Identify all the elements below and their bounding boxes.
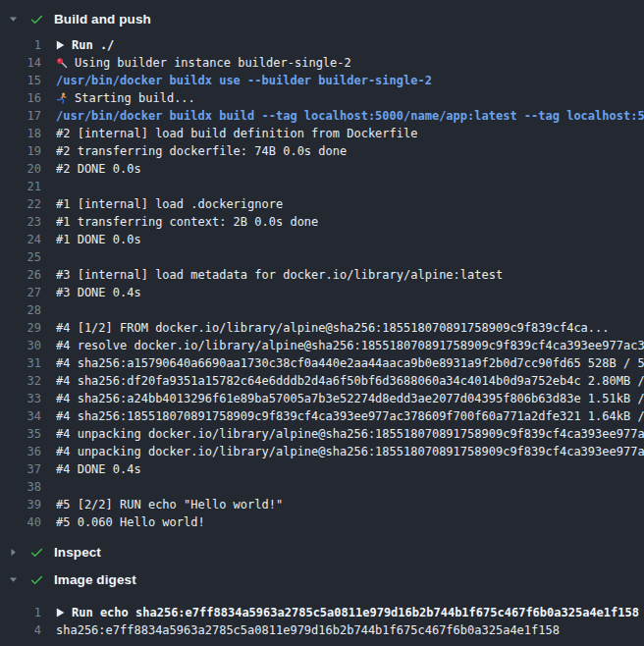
step-log: 1Run ./14Using builder instance builder-…	[0, 36, 644, 531]
line-content: #4 sha256:a15790640a6690aa1730c38cf0a440…	[56, 354, 644, 372]
pushpin-icon	[56, 57, 68, 69]
line-number[interactable]: 16	[0, 89, 41, 107]
line-number[interactable]: 39	[0, 496, 41, 513]
line-number[interactable]: 19	[0, 142, 41, 160]
line-content: #2 [internal] load build definition from…	[56, 125, 644, 142]
line-number[interactable]: 27	[0, 284, 41, 301]
log-line: 23#1 transferring context: 2B 0.0s done	[0, 213, 644, 231]
line-number[interactable]: 37	[0, 460, 41, 478]
log-line: 15/usr/bin/docker buildx use --builder b…	[0, 72, 644, 89]
log-line: 38	[0, 478, 644, 496]
log-text: #5 [2/2] RUN echo "Hello world!"	[56, 496, 283, 513]
line-number[interactable]: 36	[0, 443, 41, 460]
log-text: #4 sha256:a15790640a6690aa1730c38cf0a440…	[56, 354, 644, 372]
log-text: #4 resolve docker.io/library/alpine@sha2…	[56, 337, 644, 354]
line-number[interactable]: 40	[0, 513, 41, 531]
log-line: 14Using builder instance builder-single-…	[0, 54, 644, 72]
line-number[interactable]: 22	[0, 195, 41, 213]
log-text: #1 DONE 0.0s	[56, 231, 141, 248]
log-line: 28	[0, 301, 644, 319]
line-number[interactable]: 28	[0, 301, 41, 319]
log-line: 22#1 [internal] load .dockerignore	[0, 195, 644, 213]
log-line: 29#4 [1/2] FROM docker.io/library/alpine…	[0, 319, 644, 337]
step-log: 1Run echo sha256:e7ff8834a5963a2785c5a08…	[0, 604, 644, 639]
log-line: 21	[0, 178, 644, 195]
log-text: Run ./	[72, 36, 114, 54]
line-number[interactable]: 31	[0, 354, 41, 372]
line-number[interactable]: 15	[0, 72, 41, 89]
line-content: /usr/bin/docker buildx use --builder bui…	[56, 72, 644, 89]
line-content: #3 DONE 0.4s	[56, 284, 644, 301]
log-text: #4 sha256:185518070891758909c9f839cf4ca3…	[56, 407, 644, 425]
step-section-image-digest: Image digest1Run echo sha256:e7ff8834a59…	[0, 568, 644, 639]
check-success-icon	[28, 545, 44, 560]
actions-log-viewer: Build and push1Run ./14Using builder ins…	[0, 8, 644, 639]
log-text: /usr/bin/docker buildx build --tag local…	[56, 107, 644, 125]
line-content: #4 resolve docker.io/library/alpine@sha2…	[56, 337, 644, 354]
line-number[interactable]: 4	[0, 621, 41, 639]
line-number[interactable]: 26	[0, 266, 41, 284]
log-line: 39#5 [2/2] RUN echo "Hello world!"	[0, 496, 644, 513]
line-number[interactable]: 17	[0, 107, 41, 125]
log-line: 16Starting build...	[0, 89, 644, 107]
log-text: Using builder instance builder-single-2	[75, 54, 351, 72]
line-number[interactable]: 14	[0, 54, 41, 72]
chevron-down-icon[interactable]	[8, 575, 18, 584]
log-text: Starting build...	[75, 89, 195, 107]
log-line: 32#4 sha256:df20fa9351a15782c64e6dddb2d4…	[0, 372, 644, 390]
line-content: /usr/bin/docker buildx build --tag local…	[56, 107, 644, 125]
log-text: #4 DONE 0.4s	[56, 460, 141, 478]
log-text: #2 [internal] load build definition from…	[56, 125, 417, 142]
line-number[interactable]: 1	[0, 604, 41, 621]
log-line: 36#4 unpacking docker.io/library/alpine@…	[0, 443, 644, 460]
play-icon[interactable]	[56, 608, 65, 618]
line-number[interactable]: 25	[0, 248, 41, 266]
line-content: Run ./	[56, 36, 644, 54]
log-text: /usr/bin/docker buildx use --builder bui…	[56, 72, 432, 89]
step-header-build-and-push[interactable]: Build and push	[0, 8, 644, 29]
line-number[interactable]: 29	[0, 319, 41, 337]
log-text: #4 sha256:a24bb4013296f61e89ba57005a7b3e…	[56, 390, 644, 407]
log-line: 37#4 DONE 0.4s	[0, 460, 644, 478]
line-content: #4 DONE 0.4s	[56, 460, 644, 478]
line-content: #1 transferring context: 2B 0.0s done	[56, 213, 644, 231]
log-line: 18#2 [internal] load build definition fr…	[0, 125, 644, 142]
line-number[interactable]: 34	[0, 407, 41, 425]
log-line: 1Run ./	[0, 36, 644, 54]
log-line: 17/usr/bin/docker buildx build --tag loc…	[0, 107, 644, 125]
line-number[interactable]: 23	[0, 213, 41, 231]
line-number[interactable]: 33	[0, 390, 41, 407]
log-line: 33#4 sha256:a24bb4013296f61e89ba57005a7b…	[0, 390, 644, 407]
play-icon[interactable]	[56, 40, 65, 50]
line-number[interactable]: 32	[0, 372, 41, 390]
log-text: #2 DONE 0.0s	[56, 160, 141, 178]
line-number[interactable]: 35	[0, 425, 41, 443]
line-number[interactable]: 21	[0, 178, 41, 195]
line-number[interactable]: 20	[0, 160, 41, 178]
step-header-image-digest[interactable]: Image digest	[0, 568, 644, 590]
line-number[interactable]: 30	[0, 337, 41, 354]
step-title: Inspect	[54, 545, 101, 560]
log-line: 24#1 DONE 0.0s	[0, 231, 644, 248]
chevron-right-icon[interactable]	[8, 548, 18, 557]
line-content: #4 sha256:df20fa9351a15782c64e6dddb2d4a6…	[56, 372, 644, 390]
line-content: #4 sha256:a24bb4013296f61e89ba57005a7b3e…	[56, 390, 644, 407]
line-number[interactable]: 1	[0, 36, 41, 54]
line-content: #4 [1/2] FROM docker.io/library/alpine@s…	[56, 319, 644, 337]
line-number[interactable]: 38	[0, 478, 41, 496]
chevron-down-icon[interactable]	[8, 15, 18, 24]
step-title: Build and push	[54, 12, 151, 27]
log-text: #1 transferring context: 2B 0.0s done	[56, 213, 318, 231]
line-content: Using builder instance builder-single-2	[56, 54, 644, 72]
check-success-icon	[28, 572, 44, 587]
line-content: #5 0.060 Hello world!	[56, 513, 644, 531]
step-section-build-and-push: Build and push1Run ./14Using builder ins…	[0, 8, 644, 531]
log-line: 20#2 DONE 0.0s	[0, 160, 644, 178]
log-line: 27#3 DONE 0.4s	[0, 284, 644, 301]
line-number[interactable]: 24	[0, 231, 41, 248]
log-line: 35#4 unpacking docker.io/library/alpine@…	[0, 425, 644, 443]
line-content: #4 unpacking docker.io/library/alpine@sh…	[56, 425, 644, 443]
log-text: #3 [internal] load metadata for docker.i…	[56, 266, 503, 284]
line-number[interactable]: 18	[0, 125, 41, 142]
step-header-inspect[interactable]: Inspect	[0, 541, 644, 563]
